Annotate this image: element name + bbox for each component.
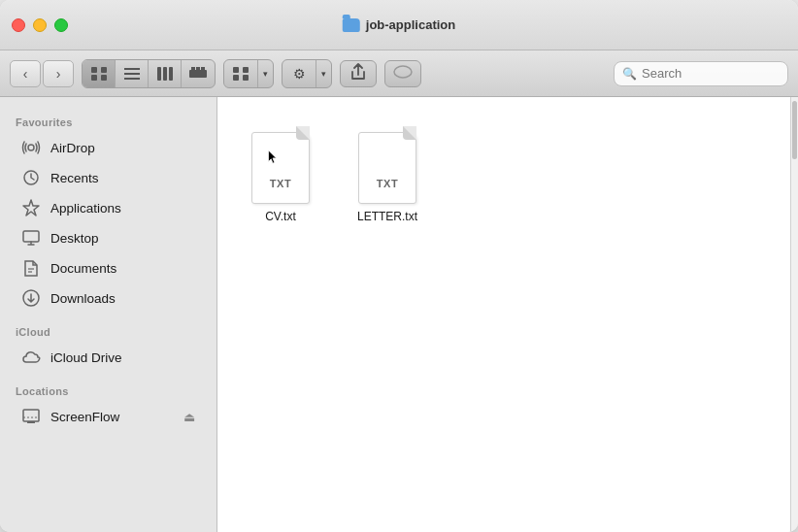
sidebar-item-documents[interactable]: Documents: [6, 253, 211, 283]
letter-txt-name: LETTER.txt: [357, 210, 417, 223]
cv-txt-icon: TXT: [248, 126, 314, 204]
column-view-icon: [157, 67, 173, 81]
cv-txt-fold: [296, 126, 310, 140]
sidebar-item-screenflow[interactable]: ScreenFlow ⏏: [6, 402, 211, 431]
svg-rect-5: [124, 73, 140, 75]
list-view-icon: [124, 67, 140, 81]
scroll-thumb[interactable]: [792, 101, 797, 159]
gallery-view-button[interactable]: [182, 60, 215, 87]
sidebar-item-airdrop[interactable]: AirDrop: [6, 133, 211, 162]
eject-icon[interactable]: ⏏: [183, 410, 195, 424]
finder-window: job-application ‹ ›: [0, 0, 798, 532]
share-button[interactable]: [340, 60, 377, 87]
file-area: TXT CV.txt TXT LETTER.: [217, 97, 790, 532]
window-title: job-application: [343, 17, 455, 32]
search-box[interactable]: 🔍: [614, 61, 788, 86]
svg-rect-0: [91, 67, 97, 73]
sidebar-item-icloud-drive[interactable]: iCloud Drive: [6, 343, 211, 372]
downloads-label: Downloads: [50, 291, 116, 306]
tag-icon: [393, 64, 413, 83]
svg-rect-6: [124, 78, 140, 80]
svg-rect-17: [243, 75, 249, 81]
cv-txt-body: TXT: [251, 132, 310, 204]
svg-rect-4: [124, 68, 140, 70]
recents-label: Recents: [50, 171, 99, 185]
svg-point-18: [394, 66, 412, 78]
share-icon: [350, 63, 366, 83]
sort-dropdown[interactable]: ▾: [223, 59, 274, 88]
letter-txt-fold: [403, 126, 416, 140]
nav-buttons: ‹ ›: [10, 60, 74, 87]
title-bar: job-application: [0, 0, 798, 50]
action-dropdown-arrow[interactable]: ▾: [316, 60, 331, 87]
forward-icon: ›: [56, 66, 61, 82]
back-button[interactable]: ‹: [10, 60, 41, 87]
svg-rect-25: [23, 410, 39, 421]
icon-view-icon: [91, 67, 107, 81]
minimize-button[interactable]: [33, 18, 47, 32]
title-label: job-application: [366, 17, 455, 32]
cv-txt-type-label: TXT: [252, 178, 309, 189]
letter-txt-body: TXT: [358, 132, 416, 204]
svg-rect-16: [233, 75, 239, 81]
sidebar-item-recents[interactable]: Recents: [6, 163, 211, 192]
locations-section-label: Locations: [0, 382, 216, 401]
maximize-button[interactable]: [54, 18, 68, 32]
svg-rect-12: [196, 67, 200, 70]
icloud-drive-icon: [21, 348, 41, 367]
sidebar-item-downloads[interactable]: Downloads: [6, 283, 211, 313]
downloads-icon: [21, 288, 41, 308]
desktop-label: Desktop: [50, 231, 99, 246]
svg-rect-21: [23, 231, 39, 242]
sidebar-item-desktop[interactable]: Desktop: [6, 223, 211, 252]
action-button[interactable]: ⚙ ▾: [282, 59, 332, 88]
svg-rect-10: [189, 70, 207, 78]
documents-label: Documents: [50, 261, 116, 276]
svg-rect-9: [169, 67, 173, 81]
svg-rect-26: [27, 421, 35, 423]
main-content: Favourites AirDrop: [0, 97, 798, 532]
airdrop-icon: [21, 138, 41, 157]
svg-rect-1: [101, 67, 107, 73]
file-item-cv[interactable]: TXT CV.txt: [237, 120, 324, 229]
airdrop-label: AirDrop: [50, 141, 95, 155]
traffic-lights: [12, 18, 68, 32]
letter-txt-icon: TXT: [354, 126, 420, 204]
file-item-letter[interactable]: TXT LETTER.txt: [344, 120, 431, 229]
sidebar-item-applications[interactable]: Applications: [6, 193, 211, 222]
svg-rect-13: [201, 67, 205, 70]
sidebar: Favourites AirDrop: [0, 97, 217, 532]
icon-view-button[interactable]: [83, 60, 116, 87]
applications-icon: [21, 198, 41, 217]
sort-icon: [224, 60, 257, 87]
screenflow-icon: [21, 407, 41, 426]
back-icon: ‹: [23, 66, 28, 82]
column-view-button[interactable]: [149, 60, 182, 87]
search-input[interactable]: [642, 66, 778, 81]
recents-icon: [21, 168, 41, 187]
toolbar: ‹ ›: [0, 50, 798, 97]
svg-point-19: [28, 145, 34, 150]
scroll-indicator: [790, 97, 798, 532]
sort-dropdown-arrow[interactable]: ▾: [257, 60, 273, 87]
view-controls: [82, 59, 216, 88]
forward-button[interactable]: ›: [43, 60, 74, 87]
close-button[interactable]: [12, 18, 25, 32]
list-view-button[interactable]: [116, 60, 149, 87]
svg-rect-2: [91, 75, 97, 81]
svg-rect-7: [157, 67, 161, 81]
grid-sort-icon: [233, 67, 249, 81]
svg-rect-15: [243, 67, 249, 73]
gallery-view-icon: [189, 67, 207, 81]
svg-rect-11: [191, 67, 195, 70]
cv-txt-name: CV.txt: [265, 210, 296, 223]
letter-txt-type-label: TXT: [359, 178, 416, 189]
gear-icon: ⚙: [283, 60, 316, 87]
applications-label: Applications: [50, 201, 121, 216]
svg-rect-14: [233, 67, 239, 73]
icloud-drive-label: iCloud Drive: [50, 350, 122, 365]
tag-button[interactable]: [384, 60, 421, 87]
desktop-icon: [21, 228, 41, 248]
icloud-section-label: iCloud: [0, 322, 216, 342]
svg-rect-8: [163, 67, 167, 81]
